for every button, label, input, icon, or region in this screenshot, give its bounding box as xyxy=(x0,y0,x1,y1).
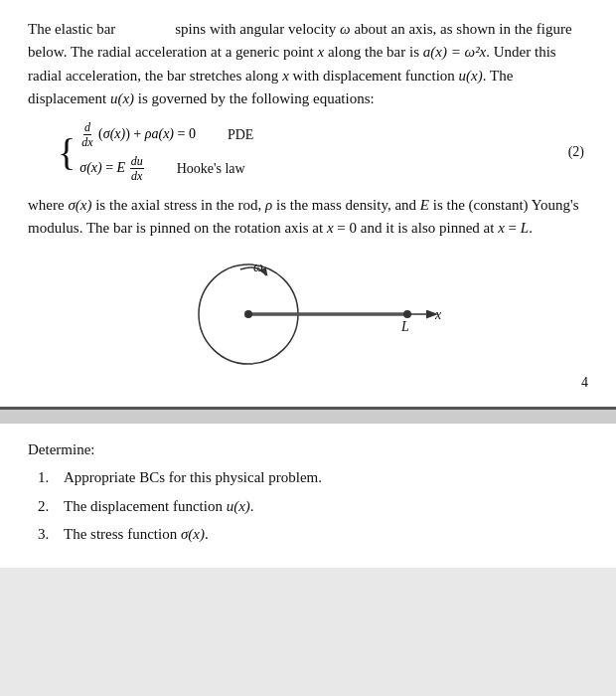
task-text-1: Appropriate BCs for this physical proble… xyxy=(64,466,322,489)
task-num-3: 3. xyxy=(38,523,56,546)
determine-heading: Determine: xyxy=(28,441,588,458)
equation-lines: d dx (σ(x)) + ρa(x) = 0 PDE σ(x) = E du … xyxy=(79,120,253,184)
task-list: 1. Appropriate BCs for this physical pro… xyxy=(28,466,588,546)
page-number: 4 xyxy=(28,375,588,391)
left-brace: { xyxy=(58,133,76,171)
task-num-2: 2. xyxy=(38,495,56,518)
hookes-label: Hooke's law xyxy=(177,161,245,177)
svg-point-3 xyxy=(244,310,252,318)
pde-equation: d dx (σ(x)) + ρa(x) = 0 PDE xyxy=(79,120,253,150)
hookes-equation: σ(x) = E du dx Hooke's law xyxy=(79,154,253,184)
task-text-3: The stress function σ(x). xyxy=(64,523,209,546)
equation-system: { d dx (σ(x)) + ρa(x) = 0 PDE σ(x) = E xyxy=(58,120,588,184)
pde-label: PDE xyxy=(228,127,253,143)
task-num-1: 1. xyxy=(38,466,56,489)
svg-text:x: x xyxy=(434,307,442,322)
task-item-2: 2. The displacement function u(x). xyxy=(38,495,588,518)
intro-paragraph: The elastic bar spins with angular veloc… xyxy=(28,18,588,110)
description-paragraph: where σ(x) is the axial stress in the ro… xyxy=(28,194,588,241)
bottom-page: Determine: 1. Appropriate BCs for this p… xyxy=(0,424,616,568)
svg-text:L: L xyxy=(400,319,409,334)
equation-number: (2) xyxy=(568,144,588,160)
task-item-1: 1. Appropriate BCs for this physical pro… xyxy=(38,466,588,489)
diagram-area: ω x L xyxy=(28,250,588,369)
page-separator xyxy=(0,410,616,424)
svg-text:ω: ω xyxy=(253,260,263,274)
rotating-bar-diagram: ω x L xyxy=(169,250,447,369)
top-page: The elastic bar spins with angular veloc… xyxy=(0,0,616,410)
task-text-2: The displacement function u(x). xyxy=(64,495,254,518)
task-item-3: 3. The stress function σ(x). xyxy=(38,523,588,546)
